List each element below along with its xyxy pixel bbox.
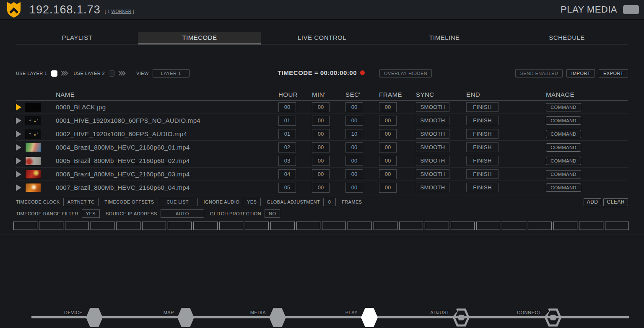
setting-value-select[interactable]: 0 (323, 198, 336, 206)
hour-cell[interactable] (528, 222, 552, 230)
hour-cell[interactable] (65, 222, 89, 230)
hour-cell[interactable] (91, 222, 114, 230)
hive-logo-icon[interactable] (6, 1, 22, 18)
frame-input[interactable] (379, 102, 397, 112)
hour-cell[interactable] (322, 222, 346, 230)
setting-value-select[interactable]: YES (82, 209, 100, 218)
nav-step[interactable]: CONNECT (545, 308, 561, 327)
sec-input[interactable] (345, 183, 363, 193)
hour-input[interactable] (278, 116, 296, 126)
hour-input[interactable] (278, 142, 296, 152)
view-layer-select[interactable]: LAYER 1 (153, 69, 190, 77)
setting-value-select[interactable]: CUE LIST (158, 198, 198, 206)
end-select[interactable]: FINISH (466, 169, 499, 179)
setting-value-select[interactable]: NO (265, 209, 280, 218)
min-input[interactable] (312, 156, 330, 166)
hour-cell[interactable] (605, 222, 629, 230)
hour-cell[interactable] (219, 222, 243, 230)
use-layer-2-checkbox[interactable] (109, 70, 115, 77)
use-layer-1-checkbox[interactable] (51, 70, 57, 77)
frame-input[interactable] (379, 116, 397, 126)
play-icon[interactable] (16, 171, 21, 178)
play-icon[interactable] (16, 144, 21, 151)
hour-cell[interactable] (579, 222, 603, 230)
hour-cell[interactable] (270, 222, 294, 230)
hour-cell[interactable] (451, 222, 475, 230)
setting-value-select[interactable]: ARTNET TC (63, 198, 99, 206)
hour-cell[interactable] (193, 222, 217, 230)
nav-step[interactable]: MAP (177, 308, 194, 327)
hour-cell[interactable] (39, 222, 63, 230)
sync-select[interactable]: SMOOTH (416, 102, 449, 112)
command-button[interactable]: COMMAND (546, 170, 581, 178)
hour-cell[interactable] (116, 222, 140, 230)
hour-input[interactable] (278, 102, 296, 112)
end-select[interactable]: FINISH (466, 142, 499, 152)
sec-input[interactable] (345, 102, 363, 112)
sync-select[interactable]: SMOOTH (416, 156, 449, 165)
min-input[interactable] (312, 102, 330, 112)
command-button[interactable]: COMMAND (546, 130, 581, 138)
min-input[interactable] (312, 183, 330, 193)
worker-link[interactable]: WORKER (112, 9, 132, 14)
hour-cell[interactable] (296, 222, 320, 230)
hour-input[interactable] (278, 129, 296, 139)
command-button[interactable]: COMMAND (546, 183, 581, 192)
overlay-hidden-button[interactable]: OVERLAY HIDDEN (379, 69, 432, 77)
clear-button[interactable]: CLEAR (603, 198, 628, 206)
min-input[interactable] (312, 142, 330, 152)
import-button[interactable]: IMPORT (566, 69, 595, 77)
command-button[interactable]: COMMAND (546, 143, 581, 152)
play-icon[interactable] (16, 158, 21, 164)
setting-value-select[interactable]: AUTO (161, 209, 204, 218)
hour-cell[interactable] (502, 222, 526, 230)
hour-cell[interactable] (425, 222, 449, 230)
hour-input[interactable] (278, 169, 296, 179)
sync-select[interactable]: SMOOTH (416, 142, 449, 152)
tab[interactable]: TIMELINE (383, 32, 506, 44)
hour-input[interactable] (278, 156, 296, 166)
hour-cell[interactable] (13, 222, 37, 230)
hour-cell[interactable] (553, 222, 577, 230)
hour-cell[interactable] (399, 222, 423, 230)
end-select[interactable]: FINISH (466, 102, 499, 112)
command-button[interactable]: COMMAND (546, 103, 581, 111)
tab[interactable]: PLAYLIST (16, 32, 138, 44)
play-icon[interactable] (16, 184, 21, 191)
tab[interactable]: LIVE CONTROL (261, 32, 383, 44)
send-enabled-button[interactable]: SEND ENABLED (515, 69, 563, 77)
sec-input[interactable] (345, 156, 363, 166)
nav-step[interactable]: ADJUST (453, 308, 470, 327)
hour-cell[interactable] (245, 222, 269, 230)
nav-step[interactable]: PLAY (361, 308, 378, 327)
hour-cell[interactable] (142, 222, 166, 230)
frame-input[interactable] (379, 169, 397, 179)
play-icon[interactable] (16, 117, 21, 124)
frame-input[interactable] (379, 129, 397, 139)
min-input[interactable] (312, 116, 330, 126)
sec-input[interactable] (345, 129, 363, 139)
hour-cell[interactable] (348, 222, 371, 230)
nav-step[interactable]: DEVICE (86, 308, 103, 327)
hour-cell[interactable] (476, 222, 500, 230)
min-input[interactable] (312, 129, 330, 139)
sync-select[interactable]: SMOOTH (416, 129, 449, 139)
tab[interactable]: TIMECODE (138, 32, 261, 44)
sync-select[interactable]: SMOOTH (416, 169, 449, 179)
nav-step[interactable]: MEDIA (269, 308, 286, 327)
command-button[interactable]: COMMAND (546, 157, 581, 165)
end-select[interactable]: FINISH (466, 156, 499, 165)
add-button[interactable]: ADD (584, 198, 602, 206)
setting-value-select[interactable]: YES (243, 198, 261, 206)
command-button[interactable]: COMMAND (546, 116, 581, 125)
end-select[interactable]: FINISH (466, 129, 499, 139)
sec-input[interactable] (345, 116, 363, 126)
min-input[interactable] (312, 169, 330, 179)
sync-select[interactable]: SMOOTH (416, 183, 449, 192)
hour-cell[interactable] (374, 222, 397, 230)
play-icon[interactable] (16, 104, 21, 111)
sec-input[interactable] (345, 142, 363, 152)
tab[interactable]: SCHEDULE (506, 32, 628, 44)
play-icon[interactable] (16, 131, 21, 137)
sec-input[interactable] (345, 169, 363, 179)
